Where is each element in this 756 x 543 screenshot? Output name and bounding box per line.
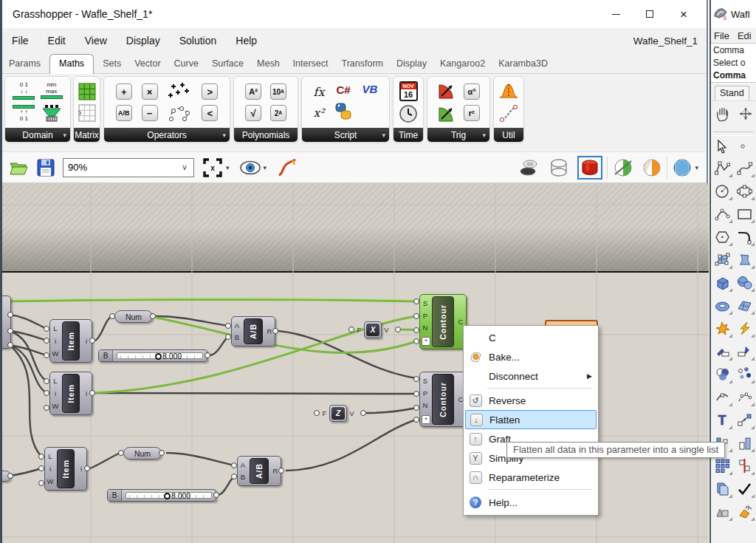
clock-icon[interactable] xyxy=(399,104,418,123)
output-nub[interactable] xyxy=(150,313,156,319)
zoom-level-select[interactable]: 90% ∨ xyxy=(63,158,194,177)
trim-icon[interactable] xyxy=(711,340,734,363)
sine-icon[interactable] xyxy=(437,81,456,100)
domain-icon[interactable]: 0 1↓ ↓ xyxy=(13,82,35,100)
input-nub[interactable] xyxy=(413,298,419,304)
output-nub[interactable] xyxy=(395,327,401,332)
tab-params[interactable]: Params xyxy=(2,55,47,73)
draw-icons-icon[interactable] xyxy=(642,157,662,178)
input-nub[interactable] xyxy=(413,327,419,333)
output-nub[interactable] xyxy=(159,450,165,456)
polygon-icon[interactable] xyxy=(711,225,734,248)
preview-wireframe-icon[interactable] xyxy=(548,157,570,178)
circle-icon[interactable] xyxy=(711,180,734,202)
interpolate-icon[interactable] xyxy=(498,104,519,123)
group-label[interactable]: Matrix xyxy=(74,128,100,142)
input-nub[interactable] xyxy=(44,326,49,332)
curve-point-icon[interactable] xyxy=(711,386,734,409)
offscreen-component[interactable] xyxy=(2,296,11,349)
division-component[interactable]: AB A/B R xyxy=(231,316,275,346)
chevron-down-icon[interactable]: ▾ xyxy=(264,164,267,171)
rhino-menu-file[interactable]: File xyxy=(714,30,729,41)
menu-solution[interactable]: Solution xyxy=(170,35,227,47)
tab-intersect[interactable]: Intersect xyxy=(286,55,335,73)
square-root-icon[interactable]: √ xyxy=(245,105,261,121)
input-nub[interactable] xyxy=(413,405,419,411)
tab-sets[interactable]: Sets xyxy=(96,55,128,73)
check-icon[interactable] xyxy=(734,477,756,500)
tab-karamba3d[interactable]: Karamba3D xyxy=(492,55,554,73)
input-nub[interactable] xyxy=(38,454,44,460)
input-nub[interactable] xyxy=(109,313,115,319)
input-nub[interactable] xyxy=(225,334,231,340)
division-component[interactable]: AB A/B R xyxy=(237,456,281,486)
slider-knob[interactable] xyxy=(155,353,162,360)
input-nub[interactable] xyxy=(413,417,419,423)
preview-shaded-selected[interactable] xyxy=(577,156,602,180)
input-nub[interactable] xyxy=(44,352,49,358)
group-label[interactable]: Script xyxy=(302,128,389,142)
point-cloud-icon[interactable] xyxy=(734,363,756,386)
input-nub[interactable] xyxy=(44,378,49,384)
power-of-2-icon[interactable]: 2ᴬ xyxy=(270,105,286,121)
matrix-white-icon[interactable] xyxy=(78,104,96,122)
subtraction-icon[interactable]: − xyxy=(142,105,158,121)
menu-item-flatten[interactable]: ↓Flatten xyxy=(465,410,597,429)
zoom-extents-icon[interactable]: x xyxy=(202,157,224,179)
output-nub[interactable] xyxy=(7,312,13,318)
flatten-state-icon[interactable]: * xyxy=(422,415,430,424)
bounds-icon[interactable]: minmax xyxy=(41,82,63,100)
group-label[interactable]: Time xyxy=(394,128,423,142)
slider-track[interactable]: 8.000 xyxy=(126,492,212,499)
rotate-view-icon[interactable] xyxy=(738,106,754,122)
flatten-state-icon[interactable]: * xyxy=(422,337,430,346)
date-icon[interactable]: NOV16 xyxy=(399,81,418,101)
color-wheel-icon[interactable] xyxy=(711,363,734,386)
input-nub[interactable] xyxy=(44,390,49,396)
extrude-icon[interactable] xyxy=(734,431,756,454)
vb-icon[interactable]: VB xyxy=(362,83,378,95)
patch-surface-icon[interactable] xyxy=(734,294,756,317)
fillet-curve-icon[interactable] xyxy=(734,225,756,248)
input-nub[interactable] xyxy=(225,323,231,329)
unit-x-component[interactable]: F X V xyxy=(354,321,391,338)
output-nub[interactable] xyxy=(89,390,95,396)
move-icon[interactable] xyxy=(734,409,756,431)
minimize-button[interactable] xyxy=(599,3,633,25)
group-label[interactable]: Trig xyxy=(427,128,489,142)
output-nub[interactable] xyxy=(7,342,13,348)
rhino-command-area[interactable]: Comma Select o Comma xyxy=(711,43,756,83)
surface-points-icon[interactable] xyxy=(711,248,734,271)
solids-icon[interactable] xyxy=(711,500,734,523)
input-nub[interactable] xyxy=(231,474,237,479)
menu-item-bake[interactable]: Bake... xyxy=(465,347,597,366)
split-icon[interactable] xyxy=(734,340,756,363)
output-nub[interactable] xyxy=(272,328,278,334)
box-icon[interactable] xyxy=(711,271,734,294)
copy-icon[interactable] xyxy=(711,477,734,500)
power-of-10-icon[interactable]: 10ᴬ xyxy=(270,83,286,100)
menu-item-reverse[interactable]: ↺Reverse xyxy=(465,391,597,410)
scatter-icon[interactable] xyxy=(167,81,192,100)
close-button[interactable]: × xyxy=(667,3,701,25)
display-quality-icon[interactable] xyxy=(672,157,693,178)
loop-icon[interactable] xyxy=(167,104,192,123)
section-icon[interactable] xyxy=(734,454,756,477)
only-draw-selected-icon[interactable] xyxy=(612,157,634,178)
consecutive-domains-icon[interactable] xyxy=(41,103,63,123)
tab-curve[interactable]: Curve xyxy=(168,55,205,73)
input-nub[interactable] xyxy=(413,391,419,397)
menu-item-reparameterize[interactable]: ∩Reparameterize xyxy=(465,468,597,487)
group-label[interactable]: Polynomials xyxy=(234,128,298,142)
menu-file[interactable]: File xyxy=(2,35,38,47)
number-slider[interactable]: B 8.000 xyxy=(107,489,216,502)
lightning-icon[interactable] xyxy=(734,317,756,340)
group-label[interactable]: Util xyxy=(494,128,523,142)
menu-edit[interactable]: Edit xyxy=(38,35,75,47)
input-nub[interactable] xyxy=(231,462,237,468)
input-nub[interactable] xyxy=(38,465,44,471)
polyline-icon[interactable] xyxy=(711,157,734,180)
group-label[interactable]: Operators xyxy=(104,128,230,142)
number-slider[interactable]: B 8.000 xyxy=(98,349,207,362)
radians-icon[interactable]: rᶜ xyxy=(464,105,480,121)
